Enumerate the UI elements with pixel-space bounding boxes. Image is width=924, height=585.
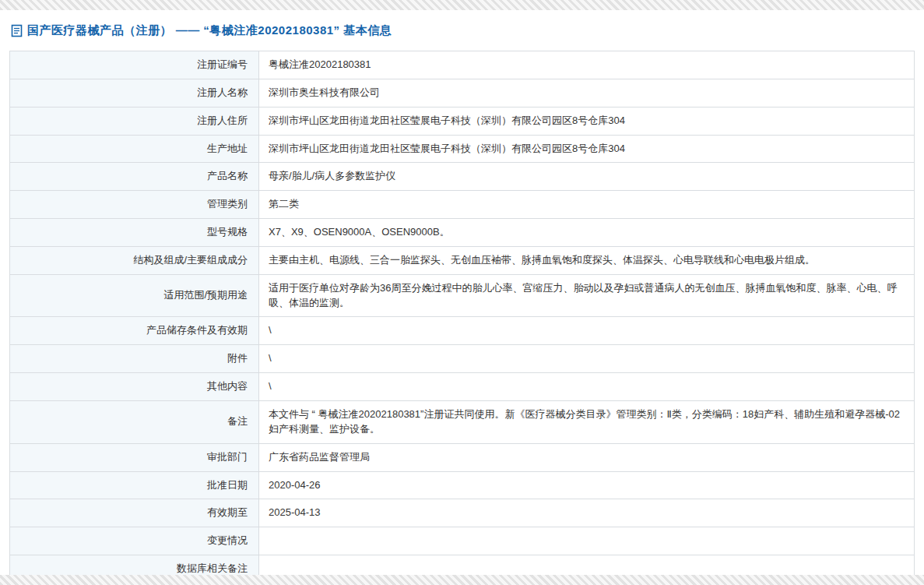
row-value: 广东省药品监督管理局: [259, 443, 915, 471]
table-row: 结构及组成/主要组成成分 主要由主机、电源线、三合一胎监探头、无创血压袖带、脉搏…: [10, 246, 915, 274]
row-value: 深圳市坪山区龙田街道龙田社区莹展电子科技（深圳）有限公司园区8号仓库304: [259, 135, 915, 163]
row-label: 附件: [10, 345, 259, 373]
table-row: 审批部门 广东省药品监督管理局: [10, 443, 915, 471]
row-value: 粤械注准20202180381: [259, 51, 915, 79]
table-row: 产品名称 母亲/胎儿/病人多参数监护仪: [10, 163, 915, 191]
table-row: 其他内容 \: [10, 373, 915, 401]
table-row: 管理类别 第二类: [10, 191, 915, 219]
page-header: 国产医疗器械产品（注册） —— “粤械注准20202180381” 基本信息: [0, 10, 924, 51]
row-label: 其他内容: [10, 373, 259, 401]
table-row: 注册人名称 深圳市奥生科技有限公司: [10, 79, 915, 107]
table-row: 附件 \: [10, 345, 915, 373]
page: 国产医疗器械产品（注册） —— “粤械注准20202180381” 基本信息 注…: [0, 0, 924, 585]
row-value: X7、X9、OSEN9000A、OSEN9000B。: [259, 219, 915, 247]
row-label: 变更情况: [10, 527, 259, 555]
row-label: 结构及组成/主要组成成分: [10, 246, 259, 274]
row-label: 生产地址: [10, 135, 259, 163]
row-label: 注册人住所: [10, 107, 259, 135]
info-table: 注册证编号 粤械注准20202180381 注册人名称 深圳市奥生科技有限公司 …: [9, 51, 915, 583]
table-row: 注册证编号 粤械注准20202180381: [10, 51, 915, 79]
row-value: 深圳市坪山区龙田街道龙田社区莹展电子科技（深圳）有限公司园区8号仓库304: [259, 107, 915, 135]
row-value: 主要由主机、电源线、三合一胎监探头、无创血压袖带、脉搏血氧饱和度探头、体温探头、…: [259, 246, 915, 274]
row-value: 本文件与 “ 粤械注准20202180381”注册证共同使用。新《医疗器械分类目…: [259, 400, 915, 443]
row-value: 2025-04-13: [259, 499, 915, 527]
row-value: 2020-04-26: [259, 471, 915, 499]
page-title: 国产医疗器械产品（注册） —— “粤械注准20202180381” 基本信息: [27, 23, 392, 38]
row-label: 型号规格: [10, 219, 259, 247]
row-value: \: [259, 345, 915, 373]
table-row: 批准日期 2020-04-26: [10, 471, 915, 499]
row-label: 管理类别: [10, 191, 259, 219]
table-row: 注册人住所 深圳市坪山区龙田街道龙田社区莹展电子科技（深圳）有限公司园区8号仓库…: [10, 107, 915, 135]
row-label: 审批部门: [10, 443, 259, 471]
row-value: [259, 527, 915, 555]
table-row: 变更情况: [10, 527, 915, 555]
table-row: 适用范围/预期用途 适用于医疗单位对孕龄为36周至分娩过程中的胎儿心率、宫缩压力…: [10, 274, 915, 317]
top-hatch-bar: [0, 0, 924, 10]
row-label: 注册人名称: [10, 79, 259, 107]
document-icon: [11, 24, 23, 37]
table-row: 型号规格 X7、X9、OSEN9000A、OSEN9000B。: [10, 219, 915, 247]
row-value: \: [259, 317, 915, 345]
row-label: 有效期至: [10, 499, 259, 527]
table-row: 有效期至 2025-04-13: [10, 499, 915, 527]
row-value: 深圳市奥生科技有限公司: [259, 79, 915, 107]
row-label: 备注: [10, 400, 259, 443]
table-row: 备注 本文件与 “ 粤械注准20202180381”注册证共同使用。新《医疗器械…: [10, 400, 915, 443]
row-value: 适用于医疗单位对孕龄为36周至分娩过程中的胎儿心率、宫缩压力、胎动以及孕妇或普通…: [259, 274, 915, 317]
row-label: 产品名称: [10, 163, 259, 191]
row-label: 适用范围/预期用途: [10, 274, 259, 317]
row-label: 批准日期: [10, 471, 259, 499]
row-label: 注册证编号: [10, 51, 259, 79]
table-row: 产品储存条件及有效期 \: [10, 317, 915, 345]
table-row: 生产地址 深圳市坪山区龙田街道龙田社区莹展电子科技（深圳）有限公司园区8号仓库3…: [10, 135, 915, 163]
row-value: 母亲/胎儿/病人多参数监护仪: [259, 163, 915, 191]
row-value: \: [259, 373, 915, 401]
bottom-hatch-bar: [0, 575, 924, 585]
row-value: 第二类: [259, 191, 915, 219]
row-label: 产品储存条件及有效期: [10, 317, 259, 345]
